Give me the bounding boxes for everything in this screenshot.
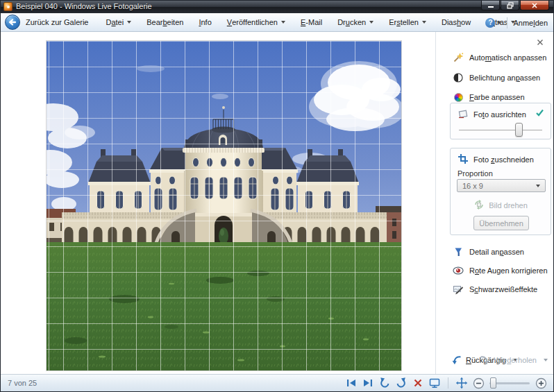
slideshow-icon [428,377,441,389]
window-title: Beispiel 040 - Windows Live Fotogalerie [16,2,152,10]
restore-button[interactable] [501,1,519,10]
rotate-ccw-icon [378,377,391,389]
help-icon[interactable]: ? [485,18,495,28]
zoom-slider[interactable] [489,382,530,384]
undo-icon [451,355,462,366]
menu-erstellen[interactable]: Erstellen [381,15,434,29]
crop-icon [458,153,469,166]
app-icon [3,2,12,11]
rotate-cw-icon [395,377,408,389]
divider [507,17,507,28]
delete-x-icon [412,377,424,389]
detail-icon [453,246,464,257]
edit-panel: Automatisch anpassen Belichtung anpassen… [435,32,554,374]
rotate-frame-icon [473,199,485,212]
back-to-gallery-label[interactable]: Zurück zur Galerie [26,18,88,26]
app-window: Beispiel 040 - Windows Live Fotogalerie … [0,0,554,392]
back-arrow-icon [5,15,20,30]
zoom-in-button[interactable] [534,376,548,390]
menu-bearbeiten[interactable]: Bearbeiten [139,15,191,29]
dropdown-caret-icon [369,21,373,24]
straighten-photo-button[interactable]: Foto ausrichten [458,108,526,121]
zoom-out-icon [473,377,485,389]
fix-red-eye-button[interactable]: Rote Augen korrigieren [453,264,548,277]
straighten-icon [458,108,469,121]
dropdown-caret-icon [281,21,285,24]
slideshow-button[interactable] [428,376,442,390]
red-eye-icon [453,265,464,276]
rotate-clockwise-button[interactable] [394,376,408,390]
divider [448,377,448,389]
black-white-effects-button[interactable]: Schwarzweißeffekte [453,283,537,296]
help-caret-icon[interactable] [497,22,501,24]
back-button[interactable] [5,15,20,30]
photo-canvas[interactable] [47,41,401,370]
adjust-detail-button[interactable]: Detail anpassen [453,246,524,258]
bw-effects-icon [453,284,464,295]
rotate-counterclockwise-button[interactable] [378,376,392,390]
contrast-icon [453,72,464,83]
redo-caret-icon [544,359,548,361]
actual-size-icon [455,377,468,389]
rotate-frame-button[interactable]: Bild drehen [451,199,551,212]
zoom-in-icon [535,377,547,389]
close-button[interactable] [520,1,549,10]
straighten-slider[interactable] [459,130,542,130]
color-wheel-icon [453,92,464,103]
crop-photo-section: Foto zuschneiden Proportion 16 x 9 Bild … [450,148,551,235]
dropdown-caret-icon [127,21,131,24]
proportion-select[interactable]: 16 x 9 [457,179,546,192]
straighten-photo-section: Foto ausrichten [450,103,551,139]
select-caret-icon [536,185,540,187]
crop-photo-button[interactable]: Foto zuschneiden [458,153,534,166]
check-icon [535,109,544,118]
next-icon [362,377,374,389]
zoom-slider-handle[interactable] [490,377,496,389]
minimize-icon [487,2,494,9]
delete-button[interactable] [411,376,425,390]
apply-crop-button[interactable]: Übernehmen [473,216,529,230]
panel-close-button[interactable] [537,39,544,46]
photo-counter: 7 von 25 [8,379,37,387]
close-icon [537,39,544,46]
titlebar: Beispiel 040 - Windows Live Fotogalerie [1,1,553,13]
adjust-exposure-button[interactable]: Belichtung anpassen [453,71,540,84]
minimize-button[interactable] [481,1,500,10]
menu-email[interactable]: E-Mail [293,15,330,29]
next-photo-button[interactable] [361,376,375,390]
straighten-slider-handle[interactable] [515,123,523,137]
menubar: Zurück zur Galerie Datei Bearbeiten Info… [1,13,553,32]
previous-photo-button[interactable] [344,376,358,390]
redo-button[interactable]: Wiederholen [479,355,548,366]
redo-icon [479,355,490,366]
sign-in-button[interactable]: Anmelden [513,19,548,27]
previous-icon [345,377,358,389]
auto-adjust-button[interactable]: Automatisch anpassen [453,51,546,64]
close-icon [531,2,538,9]
menu-drucken[interactable]: Drucken [330,15,381,29]
restore-icon [507,2,514,9]
proportion-label: Proportion [458,169,493,178]
menu-info[interactable]: Info [191,15,219,29]
menu-veroeffentlichen[interactable]: Veröffentlichen [219,15,293,29]
adjust-color-button[interactable]: Farbe anpassen [453,91,525,103]
dropdown-caret-icon [422,21,426,24]
zoom-out-button[interactable] [471,376,485,390]
menu-datei[interactable]: Datei [98,15,139,29]
magic-wand-icon [453,52,464,63]
statusbar: 7 von 25 [1,374,553,391]
straighten-grid-overlay [47,41,401,370]
menu-diashow[interactable]: Diashow [434,15,478,29]
proportion-value: 16 x 9 [462,182,483,190]
actual-size-button[interactable] [455,376,469,390]
